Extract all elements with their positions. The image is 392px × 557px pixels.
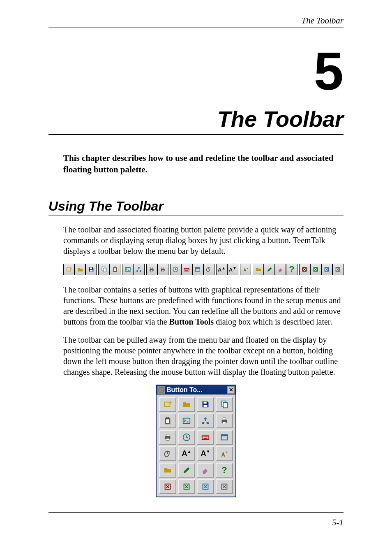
help-icon[interactable]: ?: [216, 463, 233, 478]
clock-icon[interactable]: [178, 430, 195, 445]
clock-icon[interactable]: [170, 264, 181, 275]
paste-icon[interactable]: [159, 413, 176, 428]
keyboard-icon[interactable]: [181, 264, 192, 275]
eraser-icon[interactable]: [275, 264, 286, 275]
svg-rect-2: [90, 269, 92, 271]
copy-icon[interactable]: [98, 264, 109, 275]
svg-point-45: [204, 417, 207, 420]
mouse-icon[interactable]: [203, 264, 214, 275]
open-icon[interactable]: [178, 397, 195, 412]
tool-4-icon[interactable]: [216, 479, 233, 494]
edit-icon[interactable]: [178, 463, 195, 478]
svg-rect-51: [166, 438, 169, 440]
chapter-intro: This chapter describes how to use and re…: [63, 152, 344, 176]
network-icon[interactable]: [197, 413, 214, 428]
new-session-icon[interactable]: [63, 264, 74, 275]
svg-rect-38: [223, 402, 227, 408]
mouse-icon[interactable]: [159, 446, 176, 461]
svg-rect-4: [103, 268, 106, 272]
font-decrease-icon[interactable]: A▼: [227, 264, 238, 275]
section-heading: Using The Toolbar: [48, 199, 344, 214]
help-icon[interactable]: ?: [286, 264, 297, 275]
eraser-icon[interactable]: [197, 463, 214, 478]
svg-point-11: [138, 267, 140, 269]
svg-rect-24: [188, 269, 189, 269]
footer-rule: [48, 512, 344, 513]
print-setup-icon[interactable]: [216, 413, 233, 428]
font-decrease-icon[interactable]: A▼: [197, 446, 214, 461]
svg-rect-33: [159, 388, 164, 392]
tool-2-icon[interactable]: [310, 264, 321, 275]
window-icon[interactable]: [216, 430, 233, 445]
new-session-icon[interactable]: [159, 397, 176, 412]
palette-title-text: Button To...: [166, 386, 227, 394]
svg-rect-8: [125, 267, 130, 271]
svg-rect-35: [203, 402, 206, 404]
open-icon[interactable]: [74, 264, 85, 275]
save-icon[interactable]: [85, 264, 97, 275]
svg-rect-56: [205, 436, 206, 437]
title-rule: [48, 134, 344, 135]
svg-rect-27: [196, 267, 200, 269]
svg-rect-50: [166, 434, 169, 436]
print-icon[interactable]: [159, 430, 176, 445]
copy-icon[interactable]: [216, 397, 233, 412]
svg-rect-58: [208, 436, 208, 437]
close-icon[interactable]: ✕: [227, 386, 235, 394]
svg-rect-17: [161, 270, 164, 272]
tool-3-icon[interactable]: [197, 479, 214, 494]
svg-rect-42: [183, 418, 190, 423]
font-increase-icon[interactable]: A▲: [178, 446, 195, 461]
svg-rect-47: [223, 418, 226, 420]
svg-rect-22: [187, 269, 187, 269]
palette-titlebar[interactable]: Button To... ✕: [157, 385, 235, 395]
print-icon[interactable]: [157, 264, 168, 275]
tool-1-icon[interactable]: [299, 264, 310, 275]
terminal-settings-icon[interactable]: [178, 413, 195, 428]
page-number: 5-1: [48, 518, 344, 528]
section-rule: [48, 216, 344, 216]
palette-system-icon[interactable]: [157, 386, 165, 394]
paragraph-1: The toolbar and associated floating butt…: [63, 224, 344, 256]
paragraph-2: The toolbar contains a series of buttons…: [63, 284, 344, 327]
svg-rect-48: [223, 422, 226, 424]
svg-rect-36: [203, 405, 207, 407]
chapter-number: 5: [48, 44, 344, 98]
tool-3-icon[interactable]: [321, 264, 332, 275]
paragraph-3: The toolbar can be pulled away from the …: [63, 334, 344, 377]
tool-1-icon[interactable]: [159, 479, 176, 494]
svg-rect-34: [165, 402, 170, 406]
palette-grid: A▲A▼?: [157, 395, 235, 497]
running-head: The Toolbar: [48, 16, 344, 26]
paste-icon[interactable]: [109, 264, 120, 275]
svg-rect-7: [114, 268, 116, 271]
svg-rect-57: [206, 436, 207, 437]
tool-4-icon[interactable]: [332, 264, 344, 275]
terminal-settings-icon[interactable]: [122, 264, 133, 275]
svg-rect-14: [150, 270, 152, 272]
svg-rect-23: [187, 269, 188, 269]
top-rule: [48, 28, 344, 28]
folder-icon[interactable]: [253, 264, 264, 275]
print-setup-icon[interactable]: [146, 264, 157, 275]
svg-rect-61: [221, 434, 228, 436]
svg-rect-19: [184, 268, 189, 271]
folder-icon[interactable]: [159, 463, 176, 478]
attributes-icon[interactable]: [240, 264, 251, 275]
toolbar-strip: A▲A▼?: [63, 264, 344, 275]
svg-rect-0: [67, 268, 70, 271]
save-icon[interactable]: [197, 397, 214, 412]
attributes-icon[interactable]: [216, 446, 233, 461]
font-increase-icon[interactable]: A▲: [216, 264, 227, 275]
svg-rect-54: [203, 436, 204, 437]
network-icon[interactable]: [133, 264, 144, 275]
chapter-title: The Toolbar: [48, 106, 344, 132]
svg-rect-6: [114, 267, 116, 268]
svg-rect-59: [203, 438, 207, 439]
svg-rect-40: [166, 417, 169, 419]
edit-icon[interactable]: [264, 264, 275, 275]
keyboard-icon[interactable]: [197, 430, 214, 445]
floating-button-palette[interactable]: Button To... ✕ A▲A▼?: [156, 385, 236, 497]
window-icon[interactable]: [192, 264, 203, 275]
tool-2-icon[interactable]: [178, 479, 195, 494]
